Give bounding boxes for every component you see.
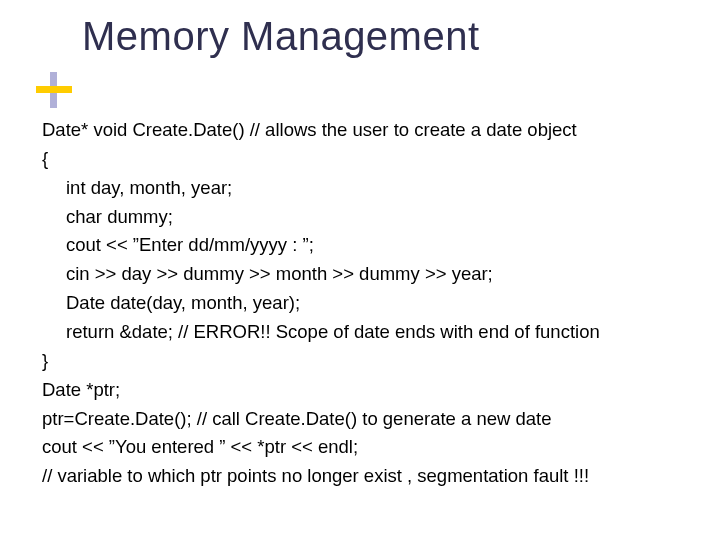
code-line: Date* void Create.Date() // allows the u… — [42, 116, 696, 145]
code-line: char dummy; — [42, 203, 696, 232]
code-line: cout << ”You entered ” << *ptr << endl; — [42, 433, 696, 462]
code-line: } — [42, 347, 696, 376]
code-body: Date* void Create.Date() // allows the u… — [42, 116, 696, 491]
code-line: // variable to which ptr points no longe… — [42, 462, 696, 491]
code-line: ptr=Create.Date(); // call Create.Date()… — [42, 405, 696, 434]
slide-title: Memory Management — [82, 14, 480, 59]
code-line: Date *ptr; — [42, 376, 696, 405]
code-line: Date date(day, month, year); — [42, 289, 696, 318]
code-line: int day, month, year; — [42, 174, 696, 203]
deco-horizontal-bar — [36, 86, 72, 93]
code-line: { — [42, 145, 696, 174]
code-line: cin >> day >> dummy >> month >> dummy >>… — [42, 260, 696, 289]
corner-decoration — [36, 72, 72, 108]
slide: Memory Management Date* void Create.Date… — [0, 0, 720, 540]
code-line: cout << ”Enter dd/mm/yyyy : ”; — [42, 231, 696, 260]
code-line: return &date; // ERROR!! Scope of date e… — [42, 318, 696, 347]
title-area: Memory Management — [38, 14, 480, 59]
